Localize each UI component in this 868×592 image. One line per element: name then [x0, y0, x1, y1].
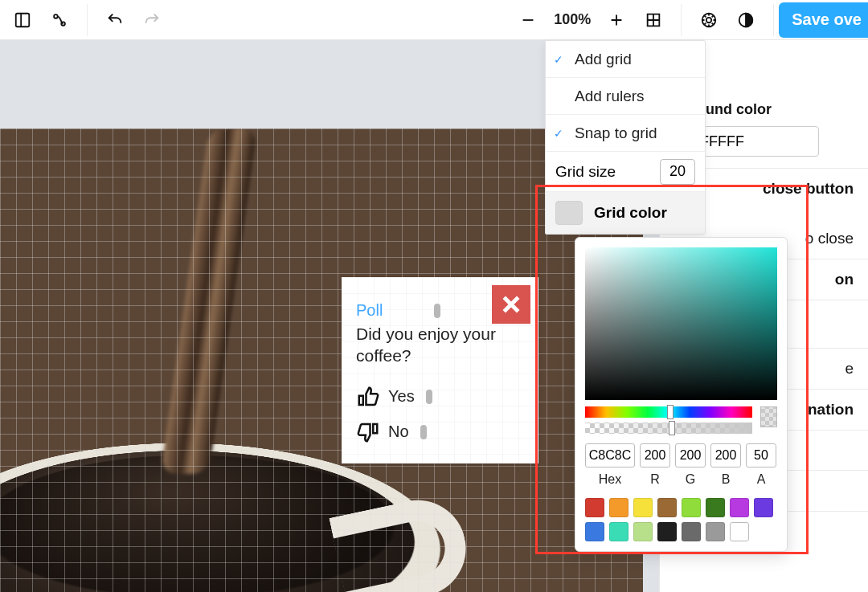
drag-handle-icon[interactable] — [420, 425, 427, 439]
swatch[interactable] — [706, 498, 725, 517]
saturation-value-box[interactable] — [585, 247, 777, 400]
drag-handle-icon[interactable] — [426, 390, 432, 404]
a-input[interactable] — [746, 443, 776, 467]
swatch[interactable] — [754, 498, 773, 517]
r-input[interactable] — [640, 443, 670, 467]
zoom-in-icon[interactable] — [605, 9, 628, 31]
check-icon: ✓ — [554, 127, 568, 140]
poll-option-no[interactable]: No — [356, 420, 524, 444]
swatch[interactable] — [730, 498, 749, 517]
swatch[interactable] — [657, 498, 677, 517]
color-picker: Hex R G B A — [575, 237, 788, 552]
grid-size-input[interactable] — [660, 159, 695, 185]
swatch[interactable] — [730, 522, 749, 541]
zoom-out-icon[interactable] — [517, 9, 539, 31]
grid-menu-snap[interactable]: ✓ Snap to grid — [546, 115, 705, 152]
top-toolbar: 100% Save ove — [0, 0, 868, 40]
contrast-icon[interactable] — [735, 9, 757, 31]
grid-menu: ✓ Add grid Add rulers ✓ Snap to grid Gri… — [545, 40, 706, 235]
grid-menu-add-rulers[interactable]: Add rulers — [546, 78, 705, 115]
drag-handle-icon[interactable] — [434, 304, 440, 318]
layout-panel-icon[interactable] — [11, 9, 34, 31]
swatch[interactable] — [585, 522, 604, 541]
poll-card[interactable]: Poll Did you enjoy your coffee? Yes No — [342, 277, 538, 463]
g-input[interactable] — [675, 443, 706, 467]
hue-thumb[interactable] — [667, 405, 674, 419]
swatch[interactable] — [609, 498, 628, 517]
svg-point-4 — [706, 17, 711, 22]
swatch[interactable] — [682, 522, 701, 541]
swatch[interactable] — [706, 522, 725, 541]
grid-menu-add-grid[interactable]: ✓ Add grid — [546, 41, 705, 78]
alpha-slider[interactable] — [585, 423, 752, 434]
undo-icon[interactable] — [104, 9, 126, 31]
swatch[interactable] — [609, 522, 628, 541]
grid-color-swatch[interactable] — [555, 201, 583, 225]
poll-tag: Poll — [356, 301, 383, 320]
thumbs-up-icon — [356, 385, 380, 409]
swatch[interactable] — [633, 498, 653, 517]
alpha-thumb[interactable] — [669, 421, 675, 435]
hue-slider[interactable] — [585, 406, 752, 418]
svg-point-1 — [54, 14, 58, 18]
grid-color-label: Grid color — [594, 204, 667, 222]
hex-input[interactable] — [585, 443, 635, 467]
grid-toggle-icon[interactable] — [642, 9, 665, 31]
save-button[interactable]: Save ove — [779, 2, 868, 38]
redo-icon[interactable] — [141, 9, 163, 31]
grid-color-row[interactable]: Grid color — [546, 192, 705, 234]
swatch[interactable] — [682, 498, 701, 517]
poll-option-yes[interactable]: Yes — [356, 385, 524, 409]
help-icon[interactable] — [698, 9, 720, 31]
result-swatch — [760, 406, 777, 427]
swatch[interactable] — [585, 498, 604, 517]
poll-question: Did you enjoy your coffee? — [356, 323, 524, 367]
preset-swatches — [585, 498, 777, 541]
grid-size-row: Grid size — [546, 152, 705, 192]
swatch[interactable] — [657, 522, 677, 541]
grid-size-label: Grid size — [555, 163, 616, 181]
svg-rect-0 — [16, 13, 30, 27]
breakpoints-icon[interactable] — [48, 9, 71, 31]
b-input[interactable] — [710, 443, 741, 467]
swatch[interactable] — [633, 522, 653, 541]
check-icon: ✓ — [554, 53, 568, 66]
zoom-level[interactable]: 100% — [554, 11, 591, 28]
thumbs-down-icon — [356, 420, 380, 444]
